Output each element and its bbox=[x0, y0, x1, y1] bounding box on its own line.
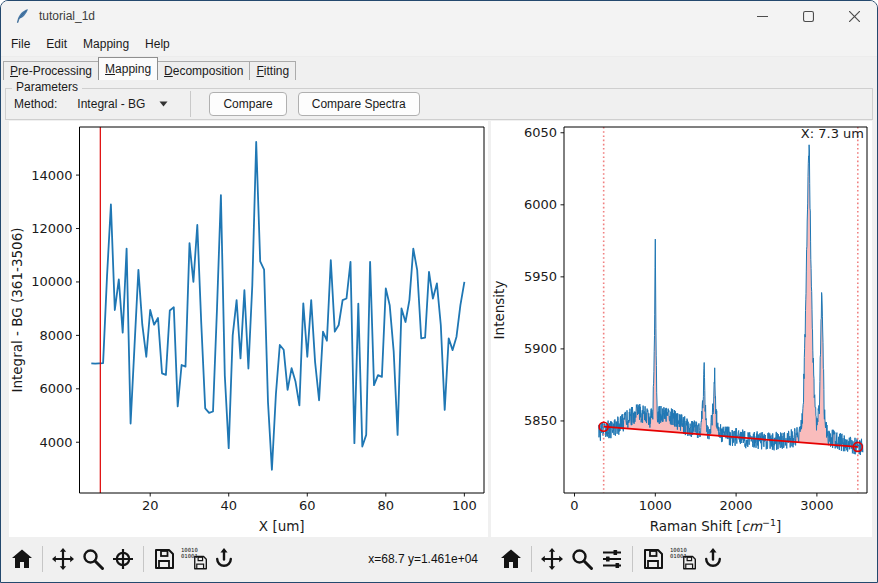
svg-text:5950: 5950 bbox=[524, 269, 557, 284]
zoom-icon bbox=[570, 547, 594, 571]
maximize-button[interactable] bbox=[785, 1, 831, 31]
svg-text:5850: 5850 bbox=[524, 413, 557, 428]
menu-item-edit[interactable]: Edit bbox=[38, 33, 75, 55]
chevron-down-icon bbox=[159, 101, 168, 107]
svg-text:Intensity: Intensity bbox=[491, 281, 507, 340]
pan-button[interactable] bbox=[48, 543, 78, 575]
crosshair-icon bbox=[111, 547, 135, 571]
export-icon bbox=[212, 547, 236, 571]
toolbar-separator bbox=[190, 91, 191, 117]
left-plot-toolbar: 1001001001x=68.7 y=1.461e+04 bbox=[1, 543, 488, 575]
svg-text:6000: 6000 bbox=[524, 197, 557, 212]
svg-text:6050: 6050 bbox=[524, 125, 557, 140]
svg-text:Raman Shift [cm−1]: Raman Shift [cm−1] bbox=[650, 517, 782, 534]
compare-button[interactable]: Compare bbox=[209, 92, 286, 116]
right-plot-toolbar: 1001001001 bbox=[488, 543, 738, 575]
pan-icon bbox=[540, 547, 564, 571]
plots-area: 20406080100400060008000100001200014000In… bbox=[9, 121, 877, 537]
save-button[interactable] bbox=[149, 543, 179, 575]
save-data-button[interactable]: 1001001001 bbox=[668, 543, 698, 575]
parameters-frame: Parameters Method: Integral - BG Compare… bbox=[5, 88, 873, 120]
zoom-button[interactable] bbox=[78, 543, 108, 575]
home-icon bbox=[10, 547, 34, 571]
svg-text:Integral - BG (361-3506): Integral - BG (361-3506) bbox=[9, 227, 25, 392]
export-button[interactable] bbox=[209, 543, 239, 575]
window-controls bbox=[739, 1, 877, 31]
toolbar-separator bbox=[632, 546, 633, 572]
svg-text:12000: 12000 bbox=[31, 221, 72, 236]
svg-text:10000: 10000 bbox=[31, 274, 72, 289]
svg-text:40: 40 bbox=[220, 498, 237, 513]
svg-text:X [um]: X [um] bbox=[259, 518, 305, 534]
minimize-button[interactable] bbox=[739, 1, 785, 31]
svg-text:6000: 6000 bbox=[39, 381, 72, 396]
sliders-button[interactable] bbox=[597, 543, 627, 575]
pan-icon bbox=[51, 547, 75, 571]
toolbar-separator bbox=[143, 546, 144, 572]
app-window: tutorial_1d FileEditMappingHelp Pre-Proc… bbox=[0, 0, 878, 583]
left-figure-canvas[interactable]: 20406080100400060008000100001200014000In… bbox=[9, 121, 488, 537]
zoom-icon bbox=[81, 547, 105, 571]
coordinate-readout: x=68.7 y=1.461e+04 bbox=[368, 552, 488, 566]
export-button[interactable] bbox=[698, 543, 728, 575]
save-icon bbox=[152, 547, 176, 571]
svg-text:8000: 8000 bbox=[39, 328, 72, 343]
tab-pre-processing[interactable]: Pre-Processing bbox=[3, 61, 99, 80]
menu-item-help[interactable]: Help bbox=[137, 33, 178, 55]
toolbar-separator bbox=[42, 546, 43, 572]
window-titlebar: tutorial_1d bbox=[1, 1, 877, 31]
menubar: FileEditMappingHelp bbox=[1, 31, 877, 57]
save-icon bbox=[641, 547, 665, 571]
svg-text:5900: 5900 bbox=[524, 341, 557, 356]
map-profile-plot: 20406080100400060008000100001200014000In… bbox=[9, 121, 488, 537]
save-data-button[interactable]: 1001001001 bbox=[179, 543, 209, 575]
home-button[interactable] bbox=[7, 543, 37, 575]
feather-app-icon bbox=[14, 8, 30, 24]
svg-text:2000: 2000 bbox=[720, 498, 753, 513]
crosshair-button[interactable] bbox=[108, 543, 138, 575]
tab-fitting[interactable]: Fitting bbox=[249, 61, 296, 80]
home-icon bbox=[499, 547, 523, 571]
svg-text:3000: 3000 bbox=[800, 498, 833, 513]
svg-text:0: 0 bbox=[570, 498, 578, 513]
pan-button[interactable] bbox=[537, 543, 567, 575]
tab-bar: Pre-ProcessingMappingDecompositionFittin… bbox=[1, 57, 877, 80]
compare-spectra-button[interactable]: Compare Spectra bbox=[298, 92, 420, 116]
menu-item-mapping[interactable]: Mapping bbox=[75, 33, 137, 55]
save-button[interactable] bbox=[638, 543, 668, 575]
close-button[interactable] bbox=[831, 1, 877, 31]
svg-text:60: 60 bbox=[299, 498, 316, 513]
svg-text:X: 7.3 um: X: 7.3 um bbox=[801, 126, 864, 141]
svg-text:20: 20 bbox=[142, 498, 159, 513]
right-figure-canvas[interactable]: 010002000300058505900595060006050Intensi… bbox=[491, 121, 872, 537]
svg-text:14000: 14000 bbox=[31, 168, 72, 183]
zoom-button[interactable] bbox=[567, 543, 597, 575]
home-button[interactable] bbox=[496, 543, 526, 575]
toolbar-separator bbox=[531, 546, 532, 572]
tab-mapping[interactable]: Mapping bbox=[98, 57, 158, 80]
svg-text:80: 80 bbox=[378, 498, 395, 513]
svg-text:100: 100 bbox=[452, 498, 477, 513]
minimize-icon bbox=[757, 11, 768, 22]
svg-text:1000: 1000 bbox=[639, 498, 672, 513]
method-combobox[interactable]: Integral - BG bbox=[77, 97, 168, 111]
method-label: Method: bbox=[14, 97, 57, 111]
export-icon bbox=[701, 547, 725, 571]
sliders-icon bbox=[600, 547, 624, 571]
spectrum-plot: 010002000300058505900595060006050Intensi… bbox=[491, 121, 872, 537]
save-data-icon: 1001001001 bbox=[180, 547, 208, 571]
save-data-icon: 1001001001 bbox=[669, 547, 697, 571]
method-combobox-value: Integral - BG bbox=[77, 97, 145, 111]
toolbar-row: 1001001001x=68.7 y=1.461e+04 1001001001 bbox=[1, 537, 877, 581]
svg-text:4000: 4000 bbox=[39, 435, 72, 450]
tab-decomposition[interactable]: Decomposition bbox=[157, 61, 250, 80]
maximize-icon bbox=[803, 11, 814, 22]
close-icon bbox=[849, 11, 860, 22]
window-title: tutorial_1d bbox=[39, 9, 95, 23]
parameters-frame-label: Parameters bbox=[12, 80, 82, 94]
menu-item-file[interactable]: File bbox=[3, 33, 38, 55]
